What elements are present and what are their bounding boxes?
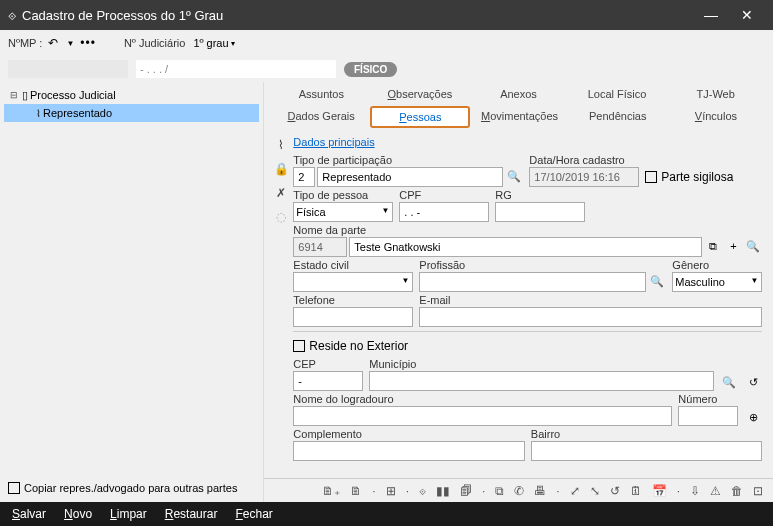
cep-history-icon[interactable]: ↺: [744, 373, 762, 391]
tree-collapse-icon[interactable]: ⊟: [8, 90, 20, 100]
tree-child-representado[interactable]: ⌇ Representado: [4, 104, 259, 122]
tb-calendar-icon[interactable]: 🗓: [628, 484, 644, 498]
tb-doc-icon[interactable]: 🗎: [348, 484, 364, 498]
parte-sigilosa-label: Parte sigilosa: [661, 170, 733, 184]
tb-tree-icon[interactable]: ⊞: [384, 484, 398, 498]
tb-copy-icon[interactable]: ⧉: [493, 484, 506, 498]
logradouro-input[interactable]: [293, 406, 672, 426]
email-input[interactable]: [419, 307, 762, 327]
tab-movimentacoes[interactable]: Movimentações: [470, 106, 568, 128]
tb-misc-icon[interactable]: ⊡: [751, 484, 765, 498]
mp-label: NºMP :: [8, 37, 42, 49]
tb-cal2-icon[interactable]: 📅: [650, 484, 669, 498]
datahora-input: [529, 167, 639, 187]
more-icon[interactable]: •••: [80, 36, 96, 50]
tipo-participacao-txt-input[interactable]: [317, 167, 503, 187]
dropdown-icon[interactable]: ▼: [64, 39, 76, 48]
tab-local-label: Local Físico: [588, 88, 647, 100]
tipo-pessoa-select[interactable]: [293, 202, 393, 222]
tab-tj-web[interactable]: TJ-Web: [666, 84, 765, 104]
tree-root-row[interactable]: ⊟ ▯ Processo Judicial: [4, 86, 259, 104]
tb-report-icon[interactable]: 🗐: [458, 484, 474, 498]
profissao-label: Profissão: [419, 259, 666, 271]
tab-pendencias[interactable]: Pendências: [569, 106, 667, 128]
parte-sigilosa-checkbox[interactable]: [645, 171, 657, 183]
cep-search-icon[interactable]: 🔍: [720, 373, 738, 391]
tabs-row2: Dados Gerais Pessoas Movimentações Pendê…: [264, 104, 773, 128]
tb-sep5: ·: [675, 484, 682, 498]
tb-sep4: ·: [554, 484, 561, 498]
profissao-search-icon[interactable]: 🔍: [648, 272, 666, 290]
reside-exterior-checkbox[interactable]: [293, 340, 305, 352]
cep-label: CEP: [293, 358, 363, 370]
nome-parte-input[interactable]: [349, 237, 702, 257]
estado-civil-label: Estado civil: [293, 259, 413, 271]
back-arrow-icon[interactable]: ↶: [46, 36, 60, 50]
profissao-input[interactable]: [419, 272, 646, 292]
footer-novo[interactable]: Novo: [64, 507, 92, 521]
reside-exterior-label: Reside no Exterior: [309, 339, 408, 353]
tb-graph-icon[interactable]: ⤢: [568, 484, 582, 498]
content-panel: Assuntos Observações Anexos Local Físico…: [264, 82, 773, 502]
window-title: Cadastro de Processos do 1º Grau: [22, 8, 693, 23]
tb-attach-icon[interactable]: ⇩: [688, 484, 702, 498]
cep-input[interactable]: [293, 371, 363, 391]
tree-view[interactable]: ⊟ ▯ Processo Judicial ⌇ Representado: [4, 86, 259, 478]
form-area: ⌇ 🔒 ✗ ◌ Dados principais Tipo de partici…: [264, 128, 773, 478]
tab-observacoes[interactable]: Observações: [371, 84, 470, 104]
footer-salvar[interactable]: Salvar: [12, 507, 46, 521]
tb-phone-icon[interactable]: ✆: [512, 484, 526, 498]
numero-input[interactable]: [678, 406, 738, 426]
tab-local-fisico[interactable]: Local Físico: [568, 84, 667, 104]
parte-sigilosa-wrap[interactable]: Parte sigilosa: [645, 167, 733, 187]
tb-link-icon[interactable]: ⟐: [417, 484, 428, 498]
copy-person-icon[interactable]: ⧉: [704, 237, 722, 255]
grau-dropdown[interactable]: 1º grau ▾: [193, 37, 234, 49]
search-icon[interactable]: 🔍: [505, 167, 523, 185]
complemento-input[interactable]: [293, 441, 525, 461]
footer-limpar[interactable]: Limpar: [110, 507, 147, 521]
copy-repres-checkbox[interactable]: [8, 482, 20, 494]
sidebar: ⊟ ▯ Processo Judicial ⌇ Representado Cop…: [0, 82, 264, 502]
add-person-icon[interactable]: +: [724, 237, 742, 255]
person-mask-icon[interactable]: ◌: [272, 210, 290, 224]
close-button[interactable]: ✕: [729, 7, 765, 23]
tab-pessoas[interactable]: Pessoas: [370, 106, 470, 128]
tab-vinculos[interactable]: Vínculos: [667, 106, 765, 128]
person-remove-icon[interactable]: ✗: [272, 186, 290, 200]
tab-assuntos[interactable]: Assuntos: [272, 84, 371, 104]
datahora-label: Data/Hora cadastro: [529, 154, 639, 166]
add-address-icon[interactable]: ⊕: [744, 408, 762, 426]
tb-doc-add-icon[interactable]: 🗎₊: [320, 484, 342, 498]
rg-input[interactable]: [495, 202, 585, 222]
minimize-button[interactable]: —: [693, 7, 729, 23]
bottom-toolbar: 🗎₊ 🗎 · ⊞ · ⟐ ▮▮ 🗐 · ⧉ ✆ 🖶 · ⤢ ⤡ ↺ 🗓 📅 · …: [264, 478, 773, 502]
tb-barcode-icon[interactable]: ▮▮: [434, 484, 452, 498]
dados-principais-link[interactable]: Dados principais: [293, 132, 374, 152]
bairro-input[interactable]: [531, 441, 763, 461]
numero-label: Número: [678, 393, 738, 405]
footer-fechar[interactable]: Fechar: [235, 507, 272, 521]
search-person-icon[interactable]: 🔍: [744, 237, 762, 255]
reside-exterior-wrap[interactable]: Reside no Exterior: [293, 336, 762, 356]
cpf-input[interactable]: [399, 202, 489, 222]
side-icons-column: ⌇ 🔒 ✗ ◌: [272, 132, 290, 224]
nome-parte-label: Nome da parte: [293, 224, 762, 236]
tipo-participacao-num-input[interactable]: [293, 167, 315, 187]
lock-open-icon[interactable]: ⌇: [272, 138, 290, 152]
telefone-input[interactable]: [293, 307, 413, 327]
genero-select[interactable]: [672, 272, 762, 292]
tb-warn-icon[interactable]: ⚠: [708, 484, 723, 498]
municipio-input[interactable]: [369, 371, 714, 391]
tab-dados-gerais[interactable]: Dados Gerais: [272, 106, 370, 128]
estado-civil-select[interactable]: [293, 272, 413, 292]
mp-number-input[interactable]: [8, 60, 128, 78]
tb-trash-icon[interactable]: 🗑: [729, 484, 745, 498]
tab-anexos[interactable]: Anexos: [469, 84, 568, 104]
lock-closed-icon[interactable]: 🔒: [272, 162, 290, 176]
tb-expand-icon[interactable]: ⤡: [588, 484, 602, 498]
tb-sync-icon[interactable]: ↺: [608, 484, 622, 498]
judiciario-number-input[interactable]: [136, 60, 336, 78]
footer-restaurar[interactable]: Restaurar: [165, 507, 218, 521]
tb-print-icon[interactable]: 🖶: [532, 484, 548, 498]
